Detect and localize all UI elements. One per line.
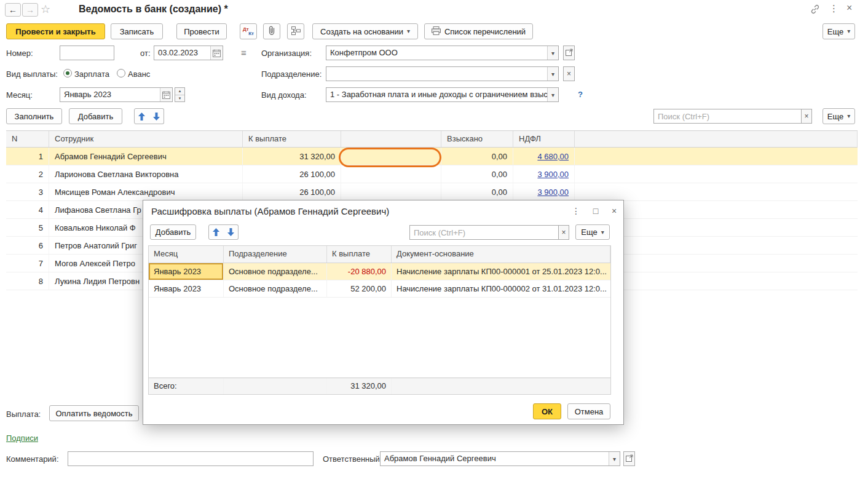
dialog-search-clear-button[interactable]: × — [558, 225, 569, 240]
help-link[interactable]: ? — [578, 90, 583, 99]
dialog-close-icon[interactable]: × — [608, 205, 620, 216]
search-input[interactable] — [653, 109, 802, 124]
col-filler — [575, 131, 858, 147]
spinner-up-icon[interactable]: ▴ — [175, 88, 184, 95]
col-doc[interactable]: Документ-основание — [392, 246, 610, 263]
favorite-star-icon[interactable]: ☆ — [41, 2, 50, 16]
month-spinner[interactable]: ▴ ▾ — [175, 87, 185, 102]
col-collected[interactable]: Взыскано — [441, 131, 513, 147]
chevron-down-icon: ▾ — [407, 28, 410, 34]
col-department[interactable]: Подразделение — [224, 246, 327, 263]
ok-button[interactable]: ОК — [533, 403, 561, 419]
comment-label: Комментарий: — [6, 454, 59, 464]
radio-salary-label[interactable]: Зарплата — [74, 69, 109, 79]
link-icon[interactable] — [810, 4, 820, 16]
ndfl-link[interactable]: 3 900,00 — [537, 188, 569, 197]
chevron-down-icon[interactable]: ▾ — [609, 452, 620, 465]
income-type-label: Вид дохода: — [261, 90, 307, 100]
col-blank — [341, 131, 441, 147]
paperclip-icon — [267, 26, 276, 37]
dialog-add-button[interactable]: Добавить — [150, 224, 196, 240]
col-ndfl[interactable]: НДФЛ — [513, 131, 575, 147]
active-cell[interactable]: Январь 2023 — [149, 263, 224, 280]
radio-advance-label[interactable]: Аванс — [128, 69, 150, 79]
arrow-up-icon — [138, 113, 145, 121]
col-n[interactable]: N — [6, 131, 49, 147]
forward-icon: → — [26, 5, 34, 15]
post-and-close-button[interactable]: Провести и закрыть — [6, 23, 105, 39]
more-label: Еще — [827, 112, 843, 121]
department-combo[interactable]: ▾ — [326, 66, 559, 81]
signatures-link[interactable]: Подписи — [6, 434, 38, 443]
attachments-button[interactable] — [263, 23, 280, 39]
calendar-icon[interactable] — [160, 88, 172, 101]
number-input[interactable] — [60, 46, 114, 60]
add-button[interactable]: Добавить — [69, 108, 122, 124]
app-window: ← → ☆ Ведомость в банк (создание) * ⋮ × … — [0, 0, 868, 487]
organization-combo[interactable]: Конфетпром ООО ▾ — [326, 46, 559, 60]
table-row[interactable]: 3 Мясищев Роман Александрович 26 100,00 … — [6, 183, 858, 201]
move-down-button[interactable] — [149, 108, 164, 124]
post-button[interactable]: Провести — [176, 23, 227, 39]
create-based-on-button[interactable]: Создать на основании ▾ — [312, 23, 418, 39]
spinner-down-icon[interactable]: ▾ — [175, 95, 184, 102]
comment-input[interactable] — [68, 451, 314, 466]
window-close-icon[interactable]: × — [846, 2, 852, 14]
more-label: Еще — [581, 228, 597, 237]
organization-open-button[interactable] — [563, 46, 575, 60]
transfer-list-button[interactable]: Список перечислений — [424, 23, 533, 39]
radio-advance[interactable] — [117, 69, 125, 77]
ndfl-link[interactable]: 3 900,00 — [537, 170, 569, 179]
open-icon — [626, 454, 633, 464]
department-clear-button[interactable]: × — [563, 66, 575, 81]
month-input[interactable]: Январь 2023 — [60, 87, 173, 102]
dtkt-button[interactable]: ДтКт — [240, 23, 257, 39]
table-row[interactable]: 1 Абрамов Геннадий Сергеевич 31 320,00 0… — [6, 148, 858, 165]
col-month[interactable]: Месяц — [149, 246, 224, 263]
col-payout[interactable]: К выплате — [243, 131, 341, 147]
organization-value: Конфетпром ООО — [326, 46, 547, 60]
search-clear-button[interactable]: × — [801, 109, 812, 124]
ndfl-link[interactable]: 4 680,00 — [537, 152, 569, 161]
structure-button[interactable] — [287, 23, 304, 39]
date-input[interactable]: 03.02.2023 — [154, 46, 223, 60]
responsible-combo[interactable]: Абрамов Геннадий Сергеевич ▾ — [380, 451, 620, 466]
back-button[interactable]: ← — [5, 3, 21, 17]
organization-label: Организация: — [261, 49, 312, 58]
responsible-label: Ответственный: — [323, 454, 382, 464]
menu-list-icon[interactable]: ≡ — [241, 47, 247, 58]
calendar-icon[interactable] — [210, 46, 223, 60]
save-button[interactable]: Записать — [111, 23, 163, 39]
fill-button[interactable]: Заполнить — [6, 108, 62, 124]
dialog-more-button[interactable]: Еще ▾ — [575, 224, 610, 240]
dialog-move-up-button[interactable] — [208, 224, 224, 240]
breakdown-row[interactable]: Январь 2023 Основное подразделе... 52 20… — [149, 280, 610, 298]
menu-dots-icon[interactable]: ⋮ — [829, 3, 838, 14]
table-more-button[interactable]: Еще ▾ — [823, 108, 855, 124]
breakdown-table-footer: Всего: 31 320,00 — [149, 378, 610, 394]
col-payout[interactable]: К выплате — [327, 246, 392, 263]
date-value: 03.02.2023 — [154, 46, 210, 60]
responsible-value: Абрамов Геннадий Сергеевич — [381, 452, 609, 465]
forward-button[interactable]: → — [22, 3, 38, 17]
chevron-down-icon[interactable]: ▾ — [547, 88, 558, 101]
dialog-move-down-button[interactable] — [223, 224, 239, 240]
col-employee[interactable]: Сотрудник — [49, 131, 243, 147]
chevron-down-icon[interactable]: ▾ — [547, 67, 558, 81]
income-type-combo[interactable]: 1 - Заработная плата и иные доходы с огр… — [326, 87, 559, 102]
table-row[interactable]: 2 Ларионова Светлана Викторовна 26 100,0… — [6, 165, 858, 183]
responsible-open-button[interactable] — [623, 451, 635, 466]
create-based-on-label: Создать на основании — [320, 27, 403, 36]
move-up-button[interactable] — [134, 108, 149, 124]
dialog-menu-dots-icon[interactable]: ⋮ — [570, 205, 582, 216]
cancel-button[interactable]: Отмена — [567, 403, 610, 419]
pay-sheet-button[interactable]: Оплатить ведомость — [49, 405, 139, 421]
payout-edit-cell[interactable] — [341, 148, 441, 165]
clear-icon: × — [804, 112, 808, 121]
breakdown-row[interactable]: Январь 2023 Основное подразделе... -20 8… — [149, 263, 610, 280]
dialog-maximize-icon[interactable]: □ — [590, 205, 602, 216]
radio-salary[interactable] — [63, 69, 72, 77]
toolbar-more-button[interactable]: Еще ▾ — [823, 23, 855, 39]
dialog-search-input[interactable] — [409, 225, 559, 240]
chevron-down-icon[interactable]: ▾ — [547, 46, 558, 60]
